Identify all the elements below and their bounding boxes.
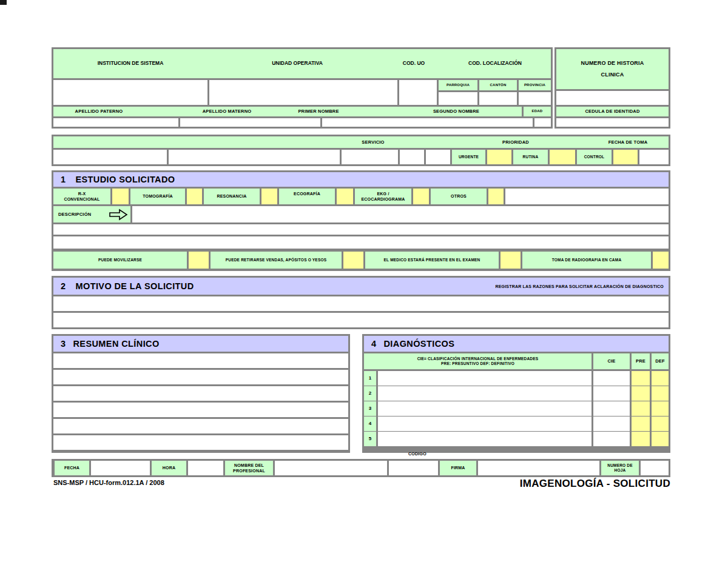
- edad-field[interactable]: [534, 118, 551, 127]
- diag-row-4-cie-field[interactable]: [593, 416, 630, 431]
- servicio-field-3[interactable]: [342, 150, 398, 164]
- diag-row-2-text-field[interactable]: [378, 386, 592, 401]
- diag-row-5-text-field[interactable]: [378, 432, 592, 446]
- form-code: SNS-MSP / HCU-form.012.1A / 2008: [53, 479, 296, 486]
- institucion-value-field[interactable]: [53, 80, 207, 105]
- fecha-de-toma-field[interactable]: [639, 150, 669, 164]
- section4-number: 4: [364, 339, 376, 349]
- section3-number: 3: [53, 339, 66, 349]
- question-movilizarse-checkbox[interactable]: [189, 252, 209, 269]
- question-vendas-label: PUEDE RETIRARSE VENDAS, APÓSITOS O YESOS: [211, 252, 342, 269]
- modality-ecografia-checkbox[interactable]: [337, 189, 353, 204]
- diag-row-3-text-field[interactable]: [378, 401, 592, 416]
- modality-otros-field[interactable]: [505, 189, 669, 204]
- diag-row-1-number: 1: [364, 371, 376, 386]
- diag-row-4-def-checkbox[interactable]: [652, 416, 669, 431]
- modality-resonancia-label: RESONANCIA: [204, 189, 260, 204]
- diag-row-3-def-checkbox[interactable]: [652, 401, 669, 416]
- cie-note-line1: CIE= CLASIFICACIÓN INTERNACIONAL DE ENFE…: [417, 356, 539, 361]
- codigo-field[interactable]: [389, 461, 438, 475]
- diag-row-2-pre-checkbox[interactable]: [632, 386, 650, 401]
- servicio-field-4[interactable]: [400, 150, 424, 164]
- numero-historia-field[interactable]: [556, 91, 669, 105]
- diag-row-1-pre-checkbox[interactable]: [632, 371, 650, 386]
- resumen-line-5[interactable]: [53, 419, 348, 433]
- question-cama-checkbox[interactable]: [653, 252, 669, 269]
- modality-rx-checkbox[interactable]: [112, 189, 129, 204]
- servicio-field-1[interactable]: [53, 150, 167, 164]
- servicio-field-2[interactable]: [169, 150, 340, 164]
- resumen-clinico-header: 3 RESUMEN CLÍNICO: [53, 336, 348, 352]
- form-title: IMAGENOLOGÍA - SOLICITUD: [428, 478, 670, 490]
- motivo-header: 2 MOTIVO DE LA SOLICITUD REGISTRAR LAS R…: [53, 278, 669, 295]
- diag-row-4-text-field[interactable]: [378, 416, 592, 431]
- cedula-label: CEDULA DE IDENTIDAD: [556, 107, 669, 116]
- apellido-paterno-field[interactable]: [53, 118, 178, 127]
- diag-row-5-pre-checkbox[interactable]: [632, 432, 650, 446]
- rutina-checkbox[interactable]: [550, 150, 575, 164]
- parroquia-value-field[interactable]: [439, 92, 477, 105]
- question-medico-label: EL MEDICO ESTARÁ PRESENTE EN EL EXAMEN: [365, 252, 499, 269]
- unidad-operativa-label: UNIDAD OPERATIVA: [237, 55, 358, 66]
- apellido-materno-field[interactable]: [180, 118, 320, 127]
- diag-row-5-cie-field[interactable]: [593, 432, 630, 446]
- question-medico-checkbox[interactable]: [500, 252, 521, 269]
- modality-ekg-checkbox[interactable]: [413, 189, 429, 204]
- diag-row-3-cie-field[interactable]: [593, 401, 630, 416]
- diag-row-1-def-checkbox[interactable]: [652, 371, 669, 386]
- resumen-line-4[interactable]: [53, 403, 348, 417]
- descripcion-field-1[interactable]: [132, 206, 669, 222]
- cod-localizacion-label: COD. LOCALIZACIÓN: [434, 55, 556, 66]
- diag-row-2-cie-field[interactable]: [593, 386, 630, 401]
- apellido-paterno-label: APELLIDO PATERNO: [53, 109, 144, 115]
- firma-label: FIRMA: [440, 461, 476, 475]
- canton-label: CANTÓN: [479, 80, 517, 90]
- fecha-field[interactable]: [91, 461, 150, 475]
- resumen-line-3[interactable]: [53, 386, 348, 401]
- nombres-field[interactable]: [322, 118, 533, 127]
- modality-tomografia-checkbox[interactable]: [187, 189, 202, 204]
- cie-note: CIE= CLASIFICACIÓN INTERNACIONAL DE ENFE…: [364, 353, 592, 369]
- provincia-value-field[interactable]: [519, 92, 551, 105]
- motivo-field-1[interactable]: [53, 296, 669, 311]
- diag-row-1-text-field[interactable]: [378, 371, 592, 386]
- modality-resonancia-checkbox[interactable]: [261, 189, 277, 204]
- question-vendas-checkbox[interactable]: [343, 252, 363, 269]
- motivo-field-2[interactable]: [53, 313, 669, 327]
- firma-field[interactable]: [478, 461, 599, 475]
- resumen-line-6[interactable]: [53, 435, 348, 450]
- unidad-operativa-value-field[interactable]: [209, 80, 397, 105]
- primer-nombre-label: PRIMER NOMBRE: [273, 109, 364, 115]
- hora-field[interactable]: [188, 461, 223, 475]
- rutina-label: RUTINA: [513, 150, 548, 164]
- diag-row-5-number: 5: [364, 432, 376, 446]
- control-label: CONTROL: [577, 150, 612, 164]
- numero-hoja-label: NUMERO DE HOJA: [601, 461, 639, 475]
- servicio-label: SERVICIO: [312, 139, 434, 146]
- nombre-profesional-field[interactable]: [275, 461, 387, 475]
- section2-title: MOTIVO DE LA SOLICITUD: [66, 281, 194, 291]
- modality-rx-label: R-X CONVENCIONAL: [53, 189, 110, 204]
- diag-row-2-def-checkbox[interactable]: [652, 386, 669, 401]
- diag-row-4-pre-checkbox[interactable]: [632, 416, 650, 431]
- numero-hoja-field[interactable]: [641, 461, 669, 475]
- modality-otros-checkbox[interactable]: [488, 189, 504, 204]
- diag-row-1-cie-field[interactable]: [593, 371, 630, 386]
- resumen-line-1[interactable]: [53, 353, 348, 368]
- canton-value-field[interactable]: [479, 92, 517, 105]
- question-cama-label: TOMA DE RADIOGRAFIA EN CAMA: [522, 252, 651, 269]
- cod-uo-value-field[interactable]: [399, 80, 437, 105]
- apellido-materno-label: APELLIDO MATERNO: [181, 109, 272, 115]
- def-column-header: DEF: [652, 353, 669, 369]
- cedula-field[interactable]: [556, 118, 669, 127]
- urgente-checkbox[interactable]: [487, 150, 511, 164]
- section1-number: 1: [53, 175, 66, 184]
- resumen-line-2[interactable]: [53, 370, 348, 384]
- provincia-label: PROVINCIA: [519, 80, 551, 90]
- diag-row-5-def-checkbox[interactable]: [652, 432, 669, 446]
- descripcion-field-3[interactable]: [53, 236, 669, 249]
- descripcion-field-2[interactable]: [53, 224, 669, 235]
- servicio-field-5[interactable]: [426, 150, 450, 164]
- control-checkbox[interactable]: [613, 150, 638, 164]
- diag-row-3-pre-checkbox[interactable]: [632, 401, 650, 416]
